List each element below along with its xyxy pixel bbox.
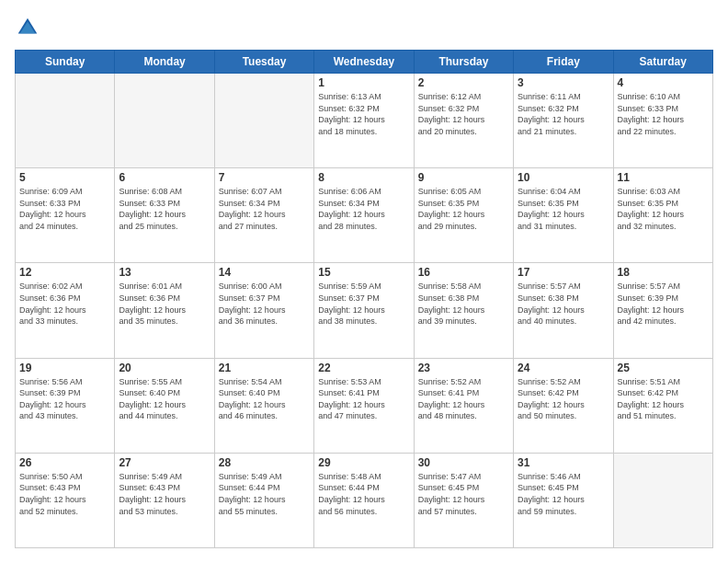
day-info: Sunrise: 5:48 AM Sunset: 6:44 PM Dayligh… — [318, 471, 409, 517]
calendar-cell: 25Sunrise: 5:51 AM Sunset: 6:42 PM Dayli… — [613, 358, 712, 453]
weekday-header-sunday: Sunday — [16, 51, 115, 74]
day-number: 3 — [518, 76, 609, 89]
day-number: 14 — [219, 266, 310, 279]
week-row-4: 19Sunrise: 5:56 AM Sunset: 6:39 PM Dayli… — [16, 358, 713, 453]
calendar-cell — [115, 74, 214, 168]
day-info: Sunrise: 5:57 AM Sunset: 6:39 PM Dayligh… — [618, 281, 709, 327]
day-number: 9 — [418, 171, 509, 184]
weekday-header-wednesday: Wednesday — [314, 51, 414, 74]
weekday-header-thursday: Thursday — [414, 51, 513, 74]
calendar-cell: 13Sunrise: 6:01 AM Sunset: 6:36 PM Dayli… — [115, 263, 214, 358]
day-number: 27 — [119, 456, 210, 469]
calendar-cell: 27Sunrise: 5:49 AM Sunset: 6:43 PM Dayli… — [115, 453, 214, 547]
logo — [15, 15, 44, 40]
day-number: 4 — [618, 76, 709, 89]
day-number: 31 — [518, 456, 609, 469]
day-info: Sunrise: 6:03 AM Sunset: 6:35 PM Dayligh… — [618, 186, 709, 232]
header — [15, 15, 713, 40]
day-number: 16 — [418, 266, 509, 279]
day-info: Sunrise: 6:00 AM Sunset: 6:37 PM Dayligh… — [219, 281, 310, 327]
day-info: Sunrise: 6:05 AM Sunset: 6:35 PM Dayligh… — [418, 186, 509, 232]
day-info: Sunrise: 6:01 AM Sunset: 6:36 PM Dayligh… — [119, 281, 210, 327]
weekday-header-row: SundayMondayTuesdayWednesdayThursdayFrid… — [16, 51, 713, 74]
calendar-cell: 15Sunrise: 5:59 AM Sunset: 6:37 PM Dayli… — [314, 263, 414, 358]
day-number: 20 — [119, 362, 210, 374]
calendar-cell: 23Sunrise: 5:52 AM Sunset: 6:41 PM Dayli… — [414, 358, 513, 453]
calendar-cell: 31Sunrise: 5:46 AM Sunset: 6:45 PM Dayli… — [514, 453, 613, 547]
day-number: 21 — [219, 362, 310, 374]
day-info: Sunrise: 6:04 AM Sunset: 6:35 PM Dayligh… — [518, 186, 609, 232]
day-number: 5 — [19, 171, 110, 184]
calendar-cell: 29Sunrise: 5:48 AM Sunset: 6:44 PM Dayli… — [314, 453, 414, 547]
calendar-cell: 10Sunrise: 6:04 AM Sunset: 6:35 PM Dayli… — [514, 168, 613, 263]
day-info: Sunrise: 5:49 AM Sunset: 6:44 PM Dayligh… — [219, 471, 310, 517]
day-info: Sunrise: 5:51 AM Sunset: 6:42 PM Dayligh… — [618, 376, 709, 422]
day-number: 12 — [19, 266, 110, 279]
day-number: 19 — [19, 362, 110, 374]
calendar-cell: 2Sunrise: 6:12 AM Sunset: 6:32 PM Daylig… — [414, 74, 513, 168]
day-info: Sunrise: 6:06 AM Sunset: 6:34 PM Dayligh… — [318, 186, 409, 232]
day-info: Sunrise: 5:53 AM Sunset: 6:41 PM Dayligh… — [318, 376, 409, 422]
day-number: 13 — [119, 266, 210, 279]
calendar-cell: 8Sunrise: 6:06 AM Sunset: 6:34 PM Daylig… — [314, 168, 414, 263]
calendar-cell: 28Sunrise: 5:49 AM Sunset: 6:44 PM Dayli… — [214, 453, 313, 547]
calendar-cell: 14Sunrise: 6:00 AM Sunset: 6:37 PM Dayli… — [214, 263, 313, 358]
day-number: 6 — [119, 171, 210, 184]
day-number: 7 — [219, 171, 310, 184]
day-info: Sunrise: 5:56 AM Sunset: 6:39 PM Dayligh… — [19, 376, 110, 422]
day-number: 2 — [418, 76, 509, 89]
week-row-3: 12Sunrise: 6:02 AM Sunset: 6:36 PM Dayli… — [16, 263, 713, 358]
day-number: 25 — [618, 362, 709, 374]
day-number: 10 — [518, 171, 609, 184]
day-info: Sunrise: 5:49 AM Sunset: 6:43 PM Dayligh… — [119, 471, 210, 517]
day-info: Sunrise: 6:08 AM Sunset: 6:33 PM Dayligh… — [119, 186, 210, 232]
day-info: Sunrise: 5:59 AM Sunset: 6:37 PM Dayligh… — [318, 281, 409, 327]
day-number: 18 — [618, 266, 709, 279]
day-info: Sunrise: 5:55 AM Sunset: 6:40 PM Dayligh… — [119, 376, 210, 422]
calendar-cell: 5Sunrise: 6:09 AM Sunset: 6:33 PM Daylig… — [16, 168, 115, 263]
day-info: Sunrise: 6:07 AM Sunset: 6:34 PM Dayligh… — [219, 186, 310, 232]
day-number: 17 — [518, 266, 609, 279]
day-number: 22 — [318, 362, 409, 374]
day-info: Sunrise: 5:54 AM Sunset: 6:40 PM Dayligh… — [219, 376, 310, 422]
weekday-header-tuesday: Tuesday — [214, 51, 313, 74]
calendar-cell: 4Sunrise: 6:10 AM Sunset: 6:33 PM Daylig… — [613, 74, 712, 168]
calendar-cell: 20Sunrise: 5:55 AM Sunset: 6:40 PM Dayli… — [115, 358, 214, 453]
calendar-cell: 26Sunrise: 5:50 AM Sunset: 6:43 PM Dayli… — [16, 453, 115, 547]
day-number: 30 — [418, 456, 509, 469]
day-number: 24 — [518, 362, 609, 374]
day-number: 8 — [318, 171, 409, 184]
calendar-cell — [214, 74, 313, 168]
logo-icon — [15, 15, 40, 40]
day-info: Sunrise: 5:58 AM Sunset: 6:38 PM Dayligh… — [418, 281, 509, 327]
weekday-header-saturday: Saturday — [613, 51, 712, 74]
day-number: 15 — [318, 266, 409, 279]
day-info: Sunrise: 6:02 AM Sunset: 6:36 PM Dayligh… — [19, 281, 110, 327]
day-info: Sunrise: 6:12 AM Sunset: 6:32 PM Dayligh… — [418, 91, 509, 137]
day-number: 29 — [318, 456, 409, 469]
day-info: Sunrise: 5:46 AM Sunset: 6:45 PM Dayligh… — [518, 471, 609, 517]
calendar-cell: 1Sunrise: 6:13 AM Sunset: 6:32 PM Daylig… — [314, 74, 414, 168]
week-row-5: 26Sunrise: 5:50 AM Sunset: 6:43 PM Dayli… — [16, 453, 713, 547]
calendar-cell: 18Sunrise: 5:57 AM Sunset: 6:39 PM Dayli… — [613, 263, 712, 358]
day-info: Sunrise: 6:09 AM Sunset: 6:33 PM Dayligh… — [19, 186, 110, 232]
day-info: Sunrise: 5:52 AM Sunset: 6:42 PM Dayligh… — [518, 376, 609, 422]
calendar-table: SundayMondayTuesdayWednesdayThursdayFrid… — [15, 50, 713, 548]
page: SundayMondayTuesdayWednesdayThursdayFrid… — [0, 0, 728, 563]
calendar-cell: 24Sunrise: 5:52 AM Sunset: 6:42 PM Dayli… — [514, 358, 613, 453]
calendar-cell: 21Sunrise: 5:54 AM Sunset: 6:40 PM Dayli… — [214, 358, 313, 453]
day-info: Sunrise: 6:13 AM Sunset: 6:32 PM Dayligh… — [318, 91, 409, 137]
weekday-header-monday: Monday — [115, 51, 214, 74]
day-info: Sunrise: 5:50 AM Sunset: 6:43 PM Dayligh… — [19, 471, 110, 517]
calendar-cell: 17Sunrise: 5:57 AM Sunset: 6:38 PM Dayli… — [514, 263, 613, 358]
week-row-1: 1Sunrise: 6:13 AM Sunset: 6:32 PM Daylig… — [16, 74, 713, 168]
day-info: Sunrise: 5:47 AM Sunset: 6:45 PM Dayligh… — [418, 471, 509, 517]
day-info: Sunrise: 6:11 AM Sunset: 6:32 PM Dayligh… — [518, 91, 609, 137]
week-row-2: 5Sunrise: 6:09 AM Sunset: 6:33 PM Daylig… — [16, 168, 713, 263]
calendar-cell: 19Sunrise: 5:56 AM Sunset: 6:39 PM Dayli… — [16, 358, 115, 453]
calendar-cell: 9Sunrise: 6:05 AM Sunset: 6:35 PM Daylig… — [414, 168, 513, 263]
day-info: Sunrise: 6:10 AM Sunset: 6:33 PM Dayligh… — [618, 91, 709, 137]
calendar-cell: 11Sunrise: 6:03 AM Sunset: 6:35 PM Dayli… — [613, 168, 712, 263]
calendar-cell — [16, 74, 115, 168]
calendar-cell — [613, 453, 712, 547]
